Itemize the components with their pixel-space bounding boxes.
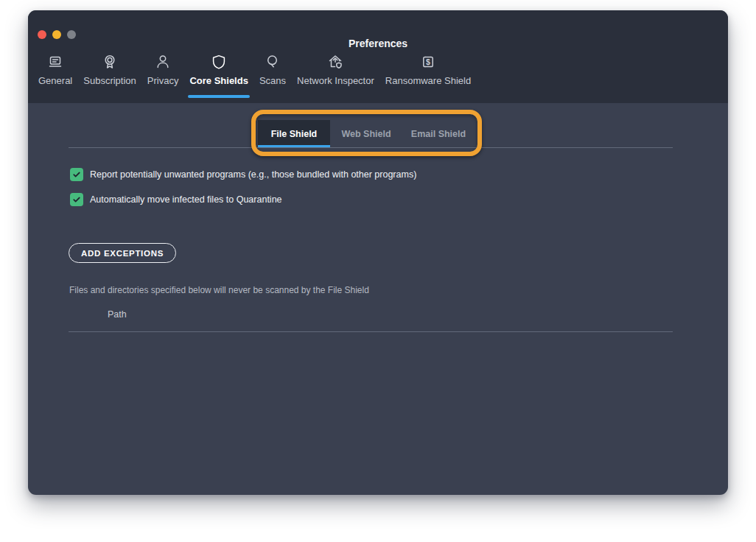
exceptions-description: Files and directories specified below wi… [69,285,369,295]
checkbox-checked[interactable] [70,193,83,206]
tab-label: General [38,75,72,86]
checkbox-row-report-pup: Report potentially unwanted programs (e.… [70,168,416,181]
money-icon: $ [419,52,438,71]
checkbox-label: Automatically move infected files to Qua… [90,194,282,205]
tab-label: Subscription [83,75,136,86]
tab-label: Privacy [147,75,179,86]
checkmark-icon [71,169,82,180]
shield-icon [209,52,228,71]
tab-label: Network Inspector [297,75,374,86]
display-icon [46,52,65,71]
subtab-file-shield[interactable]: File Shield [258,120,330,147]
path-column-header: Path [108,309,127,320]
tab-label: Ransomware Shield [385,75,471,86]
checkbox-checked[interactable] [70,168,83,181]
tab-scans[interactable]: Scans [259,52,286,86]
tab-subscription[interactable]: Subscription [83,52,136,86]
house-shield-icon [326,52,345,71]
subtab-divider-line [69,147,673,148]
svg-text:$: $ [426,57,430,66]
checkbox-row-quarantine: Automatically move infected files to Qua… [70,193,282,206]
tab-label: Scans [259,75,286,86]
subtab-web-shield[interactable]: Web Shield [330,120,402,147]
preferences-window: Preferences General [28,10,728,495]
magnifier-icon [263,52,282,71]
subtab-label: Web Shield [341,129,391,139]
tab-privacy[interactable]: Privacy [147,52,179,86]
person-icon [153,52,172,71]
subtab-email-shield[interactable]: Email Shield [402,120,475,147]
subtab-label: File Shield [271,129,318,139]
award-badge-icon [100,52,119,71]
tab-network-inspector[interactable]: Network Inspector [297,52,374,86]
preferences-toolbar: General Subscription [38,52,471,86]
add-exceptions-button[interactable]: ADD EXCEPTIONS [69,243,176,263]
shield-subtabs: File Shield Web Shield Email Shield [258,120,475,147]
checkmark-icon [71,194,82,205]
window-header: Preferences General [28,10,728,103]
tab-core-shields[interactable]: Core Shields [189,52,248,86]
window-title: Preferences [28,38,728,49]
subtab-label: Email Shield [411,129,466,139]
tab-label: Core Shields [189,75,248,86]
path-header-divider-line [69,331,673,332]
tab-general[interactable]: General [38,52,72,86]
checkbox-label: Report potentially unwanted programs (e.… [90,169,416,180]
tab-ransomware-shield[interactable]: $ Ransomware Shield [385,52,471,86]
